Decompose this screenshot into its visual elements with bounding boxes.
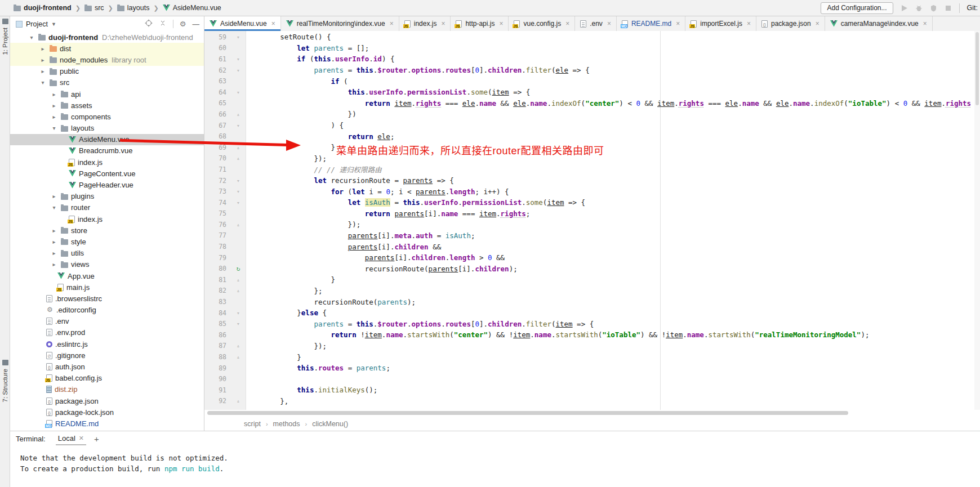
tab-AsideMenu.vue[interactable]: AsideMenu.vue×	[204, 16, 281, 31]
breadcrumb-item[interactable]: layouts	[117, 4, 150, 12]
tree-item-main.js[interactable]: JSmain.js	[10, 282, 204, 293]
fold-marker[interactable]: ▿	[230, 123, 246, 128]
code-line-85[interactable]: 85▿ parents = this.$router.options.route…	[204, 318, 980, 329]
tree-item-.gitignore[interactable]: ∅.gitignore	[10, 350, 204, 361]
chevron-icon[interactable]: ▸	[36, 46, 50, 52]
code-line-60[interactable]: 60 let parents = [];	[204, 43, 980, 54]
code-line-92[interactable]: 92▵ },	[204, 396, 980, 407]
chevron-icon[interactable]: ▾	[47, 204, 61, 211]
tree-item-auth.json[interactable]: {}auth.json	[10, 361, 204, 372]
tool-button-structure[interactable]: 7: Structure	[0, 360, 10, 402]
tree-item-babel.config.js[interactable]: JSbabel.config.js	[10, 373, 204, 384]
breadcrumb-item[interactable]: src	[84, 4, 104, 12]
code-line-86[interactable]: 86 return !item.name.startsWith("center"…	[204, 329, 980, 341]
code-line-89[interactable]: 89 this.routes = parents;	[204, 363, 980, 374]
tree-item-PageContent.vue[interactable]: PageContent.vue	[10, 168, 204, 179]
vertical-scrollbar[interactable]	[974, 31, 980, 410]
tool-button-project[interactable]: 1: Project	[0, 19, 10, 55]
close-icon[interactable]: ×	[390, 20, 394, 28]
code-line-76[interactable]: 76▵ });	[204, 219, 980, 230]
code-line-91[interactable]: 91 this.initialKeys();	[204, 385, 980, 396]
code-line-83[interactable]: 83 recursionRoute(parents);	[204, 296, 980, 307]
tab-importExcel.js[interactable]: JSimportExcel.js×	[685, 16, 756, 31]
code-line-73[interactable]: 73▿ for (let i = 0; i < parents.length; …	[204, 186, 980, 197]
chevron-icon[interactable]: ▸	[47, 114, 61, 120]
tree-item-api[interactable]: ▸api	[10, 88, 204, 100]
tab-cameraManage\index.vue[interactable]: cameraManage\index.vue×	[825, 16, 933, 31]
tree-item-style[interactable]: ▸style	[10, 236, 204, 247]
chevron-icon[interactable]: ▸	[47, 239, 61, 245]
close-icon[interactable]: ×	[923, 20, 927, 28]
add-configuration-button[interactable]: Add Configuration...	[821, 2, 893, 14]
breadcrumb-item[interactable]: AsideMenu.vue	[163, 4, 221, 12]
tree-item-dist.zip[interactable]: dist.zip	[10, 384, 204, 395]
tree-item-App.vue[interactable]: App.vue	[10, 270, 204, 282]
tree-item-Breadcrumb.vue[interactable]: Breadcrumb.vue	[10, 145, 204, 157]
code-line-66[interactable]: 66▵ })	[204, 109, 980, 120]
close-icon[interactable]: ×	[271, 20, 275, 28]
tree-item-src[interactable]: ▾src	[10, 77, 204, 88]
code-line-74[interactable]: 74▿ let isAuth = this.userInfo.permissio…	[204, 197, 980, 208]
code-line-90[interactable]: 90	[204, 373, 980, 385]
tree-item-assets[interactable]: ▸assets	[10, 100, 204, 111]
tree-item-AsideMenu.vue[interactable]: AsideMenu.vue	[10, 134, 204, 145]
tree-item-plugins[interactable]: ▸plugins	[10, 191, 204, 202]
code-line-78[interactable]: 78 parents[i].children &&	[204, 241, 980, 252]
close-icon[interactable]: ×	[607, 20, 611, 28]
code-line-71[interactable]: 71 // // 递归权限路由	[204, 164, 980, 175]
fold-marker[interactable]: ▵	[230, 277, 246, 283]
code-line-77[interactable]: 77 parents[i].meta.auth = isAuth;	[204, 230, 980, 242]
tab-vue.config.js[interactable]: JSvue.config.js×	[509, 16, 575, 31]
tree-item-.eslintrc.js[interactable]: .eslintrc.js	[10, 338, 204, 350]
code-line-75[interactable]: 75 return parents[i].name === item.right…	[204, 208, 980, 220]
locate-icon[interactable]	[145, 19, 153, 29]
tree-item-duoji-frontend[interactable]: ▾duoji-frontendD:\zheheWeb\duoji-fronten…	[10, 32, 204, 43]
editor-breadcrumb-item[interactable]: clickMenu()	[312, 420, 348, 428]
stop-icon[interactable]	[945, 5, 952, 12]
fold-marker[interactable]: ▿	[230, 189, 246, 194]
collapse-all-icon[interactable]	[159, 19, 167, 29]
tree-item-package-lock.json[interactable]: {}package-lock.json	[10, 406, 204, 418]
code-line-64[interactable]: 64▿ this.userInfo.permissionList.some(it…	[204, 87, 980, 98]
chevron-icon[interactable]: ▸	[47, 91, 61, 97]
chevron-icon[interactable]: ▸	[47, 102, 61, 109]
code-line-79[interactable]: 79 parents[i].children.length > 0 &&	[204, 252, 980, 263]
fold-marker[interactable]: ▵	[230, 398, 246, 404]
chevron-icon[interactable]: ▾	[47, 125, 61, 131]
code-line-59[interactable]: 59▿ setRoute() {	[204, 32, 980, 43]
close-icon[interactable]: ×	[676, 20, 680, 28]
code-line-65[interactable]: 65 return item.rights === ele.name && el…	[204, 98, 980, 109]
chevron-icon[interactable]: ▸	[36, 68, 50, 74]
terminal-title[interactable]: Terminal:	[16, 435, 46, 443]
chevron-icon[interactable]: ▸	[36, 57, 50, 63]
tree-item-.editorconfig[interactable]: ⚙.editorconfig	[10, 305, 204, 316]
tree-item-router[interactable]: ▾router	[10, 202, 204, 213]
fold-marker[interactable]: ▿	[230, 56, 246, 62]
fold-marker[interactable]: ▿	[230, 200, 246, 205]
tree-item-.browserslistrc[interactable]: .browserslistrc	[10, 293, 204, 304]
tab-README.md[interactable]: MDREADME.md×	[617, 16, 685, 31]
fold-marker[interactable]: ▿	[230, 90, 246, 95]
tab-.env[interactable]: .env×	[575, 16, 617, 31]
chevron-icon[interactable]: ▸	[47, 193, 61, 199]
tree-item-utils[interactable]: ▸utils	[10, 248, 204, 259]
tree-item-index.js[interactable]: JSindex.js	[10, 213, 204, 225]
close-icon[interactable]: ×	[499, 20, 503, 28]
chevron-icon[interactable]: ▾	[25, 34, 38, 41]
fold-marker[interactable]: ▵	[230, 145, 246, 150]
code-line-67[interactable]: 67▿ ) {	[204, 120, 980, 131]
tree-item-README.md[interactable]: MDREADME.md	[10, 418, 204, 429]
chevron-icon[interactable]: ▾	[36, 79, 50, 86]
code-line-88[interactable]: 88▵ }	[204, 351, 980, 363]
chevron-down-icon[interactable]: ▼	[51, 21, 56, 27]
tab-http-api.js[interactable]: JShttp-api.js×	[451, 16, 509, 31]
code-line-82[interactable]: 82▵ };	[204, 285, 980, 297]
code-line-63[interactable]: 63 if (	[204, 75, 980, 87]
fold-marker[interactable]: ▵	[230, 343, 246, 349]
project-panel-title[interactable]: Project	[26, 20, 48, 28]
debug-icon[interactable]	[915, 5, 923, 12]
editor-breadcrumb-item[interactable]: script	[244, 420, 261, 428]
chevron-icon[interactable]: ▸	[47, 227, 61, 234]
git-label[interactable]: Git:	[967, 4, 978, 12]
tab-index.js[interactable]: JSindex.js×	[399, 16, 451, 31]
